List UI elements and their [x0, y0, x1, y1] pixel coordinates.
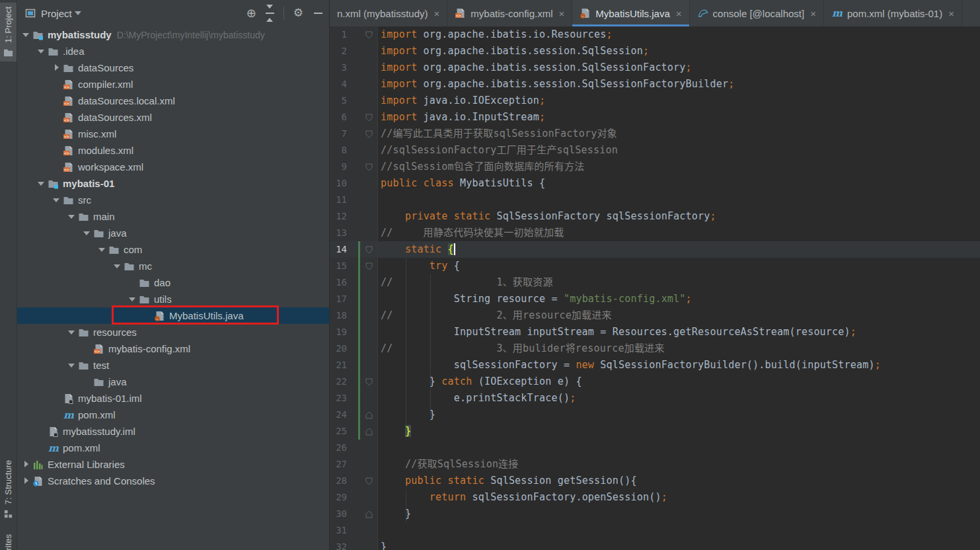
tree-item-pom-xml[interactable]: mpom.xml [17, 440, 329, 456]
code-line-15[interactable]: 15 try { [330, 258, 980, 274]
close-tab-icon[interactable]: × [676, 8, 682, 19]
tree-item-java[interactable]: java [17, 225, 329, 241]
code-editor[interactable]: 1import org.apache.ibatis.io.Resources;2… [330, 26, 980, 550]
chevron-collapsed-icon[interactable] [21, 456, 32, 473]
code-line-23[interactable]: 23 e.printStackTrace(); [330, 390, 980, 407]
chevron-expanded-icon[interactable] [52, 192, 63, 208]
hide-panel-button[interactable] [314, 13, 322, 14]
code-line-10[interactable]: 10public class MybatisUtils { [330, 175, 980, 192]
editor-tab-mybatisutils-java[interactable]: MybatisUtils.java× [572, 0, 689, 26]
code-line-22[interactable]: 22 } catch (IOException e) { [330, 373, 980, 390]
chevron-expanded-icon[interactable] [67, 324, 78, 340]
tree-item-scratches-and-consoles[interactable]: Scratches and Consoles [17, 473, 329, 489]
tree-item-mybatis-01[interactable]: mybatis-01 [17, 175, 329, 192]
code-line-31[interactable]: 31 [330, 522, 980, 539]
tree-item-resources[interactable]: resources [17, 324, 329, 340]
fold-marker-icon[interactable] [363, 109, 374, 126]
editor-tab-mybatis-config-xml[interactable]: <>mybatis-config.xml× [447, 0, 572, 26]
code-line-2[interactable]: 2import org.apache.ibatis.session.SqlSes… [330, 43, 980, 59]
code-line-26[interactable]: 26 [330, 440, 980, 456]
code-line-19[interactable]: 19 InputStream inputStream = Resources.g… [330, 324, 980, 340]
tree-item-modules-xml[interactable]: <>modules.xml [17, 142, 329, 159]
code-line-20[interactable]: 20// 3、用bulider将resource加载进来 [330, 340, 980, 357]
code-line-32[interactable]: 32} [330, 539, 980, 550]
chevron-expanded-icon[interactable] [36, 43, 48, 59]
code-line-7[interactable]: 7//编写此工具类用于获取sqlSessionFactory对象 [330, 126, 980, 142]
code-line-6[interactable]: 6import java.io.InputStream; [330, 109, 980, 126]
chevron-expanded-icon[interactable] [21, 26, 32, 43]
close-tab-icon[interactable]: × [559, 8, 565, 19]
close-tab-icon[interactable]: × [948, 8, 954, 19]
code-line-9[interactable]: 9//sqlSessiom包含了面向数据库的所有方法 [330, 159, 980, 175]
chevron-expanded-icon[interactable] [82, 225, 93, 241]
code-line-18[interactable]: 18// 2、用resource加载进来 [330, 307, 980, 324]
stripe-favorites-button[interactable]: 2: Favorites [0, 530, 17, 550]
tree-item-workspace-xml[interactable]: <>workspace.xml [17, 159, 329, 175]
tree-item-mybatis-config-xml[interactable]: <>mybatis-config.xml [17, 340, 329, 357]
stripe-project-button[interactable]: 1: Project [0, 3, 17, 61]
chevron-expanded-icon[interactable] [36, 175, 48, 192]
tree-item-datasources-local-xml[interactable]: <>dataSources.local.xml [17, 93, 329, 109]
locate-file-button[interactable]: ⊕ [246, 7, 256, 19]
code-line-12[interactable]: 12 private static SqlSessionFactory sqlS… [330, 208, 980, 225]
fold-marker-icon[interactable] [363, 423, 374, 440]
editor-tab-pom-xml-mybatis-01[interactable]: mpom.xml (mybatis-01)× [824, 0, 962, 26]
tree-item-com[interactable]: com [17, 241, 329, 258]
code-line-21[interactable]: 21 sqlSessionFactory = new SqlSessionFac… [330, 357, 980, 373]
code-line-27[interactable]: 27 //获取SqlSession连接 [330, 456, 980, 473]
code-line-5[interactable]: 5import java.io.IOException; [330, 93, 980, 109]
chevron-expanded-icon[interactable] [128, 291, 139, 307]
tree-item-datasources-xml[interactable]: <>dataSources.xml [17, 109, 329, 126]
tree-item-compiler-xml[interactable]: <>compiler.xml [17, 76, 329, 93]
tree-item-dao[interactable]: dao [17, 274, 329, 291]
code-line-25[interactable]: 25 } [330, 423, 980, 440]
fold-marker-icon[interactable] [363, 26, 374, 43]
code-line-8[interactable]: 8//sqlSessionFactory工厂用于生产sqlSession [330, 142, 980, 159]
tree-item-mc[interactable]: mc [17, 258, 329, 274]
tree-item-mybatisutils-java[interactable]: MybatisUtils.java [17, 307, 329, 324]
tree-item-src[interactable]: src [17, 192, 329, 208]
collapse-all-button[interactable] [266, 5, 274, 22]
tree-item-main[interactable]: main [17, 208, 329, 225]
code-line-17[interactable]: 17 String resource = "mybatis-config.xml… [330, 291, 980, 307]
code-line-29[interactable]: 29 return sqlSessionFactory.openSession(… [330, 489, 980, 506]
fold-marker-icon[interactable] [363, 159, 374, 175]
fold-marker-icon[interactable] [363, 241, 374, 258]
fold-marker-icon[interactable] [363, 506, 374, 522]
code-line-11[interactable]: 11 [330, 192, 980, 208]
chevron-expanded-icon[interactable] [97, 241, 108, 258]
tree-item-external-libraries[interactable]: External Libraries [17, 456, 329, 473]
chevron-down-icon[interactable] [75, 11, 81, 19]
settings-gear-button[interactable]: ⚙ [293, 7, 303, 19]
code-line-16[interactable]: 16// 1、获取资源 [330, 274, 980, 291]
tree-item-pom-xml[interactable]: mpom.xml [17, 407, 329, 423]
chevron-collapsed-icon[interactable] [52, 59, 63, 76]
fold-marker-icon[interactable] [363, 373, 374, 390]
fold-marker-icon[interactable] [363, 258, 374, 274]
tree-item-mybatis-01-iml[interactable]: mybatis-01.iml [17, 390, 329, 407]
fold-marker-icon[interactable] [363, 473, 374, 489]
tree-item-idea[interactable]: .idea [17, 43, 329, 59]
chevron-expanded-icon[interactable] [112, 258, 124, 274]
tree-item-java[interactable]: java [17, 373, 329, 390]
tree-item-mybatisstudy-iml[interactable]: mybatisstudy.iml [17, 423, 329, 440]
code-line-28[interactable]: 28 public static SqlSession getSession()… [330, 473, 980, 489]
editor-tab-n-xml-mybatisstudy[interactable]: n.xml (mybatisstudy)× [330, 0, 447, 26]
tree-item-utils[interactable]: utils [17, 291, 329, 307]
code-line-13[interactable]: 13// 用静态代码块使其一初始就加载 [330, 225, 980, 241]
chevron-expanded-icon[interactable] [67, 208, 78, 225]
editor-tab-console-localhost[interactable]: console [@localhost]× [690, 0, 824, 26]
close-tab-icon[interactable]: × [434, 8, 440, 19]
chevron-expanded-icon[interactable] [67, 357, 78, 373]
chevron-collapsed-icon[interactable] [21, 473, 32, 489]
code-line-24[interactable]: 24 } [330, 407, 980, 423]
code-line-4[interactable]: 4import org.apache.ibatis.session.SqlSes… [330, 76, 980, 93]
tree-item-misc-xml[interactable]: <>misc.xml [17, 126, 329, 142]
fold-marker-icon[interactable] [363, 407, 374, 423]
close-tab-icon[interactable]: × [810, 8, 816, 19]
fold-marker-icon[interactable] [363, 126, 374, 142]
code-line-14[interactable]: 14 static { [330, 241, 980, 258]
stripe-structure-button[interactable]: 7: Structure [0, 456, 17, 523]
code-line-3[interactable]: 3import org.apache.ibatis.session.SqlSes… [330, 59, 980, 76]
code-line-1[interactable]: 1import org.apache.ibatis.io.Resources; [330, 26, 980, 43]
